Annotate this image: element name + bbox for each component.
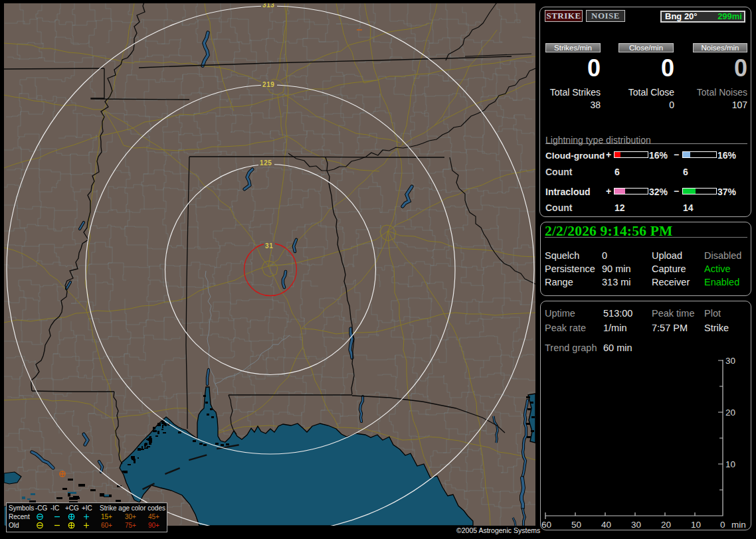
svg-text:313: 313 <box>262 3 275 9</box>
svg-text:31: 31 <box>265 242 273 250</box>
svg-text:Strike age color codes: Strike age color codes <box>100 504 165 512</box>
svg-text:0: 0 <box>720 520 725 530</box>
svg-text:+CG: +CG <box>65 504 79 512</box>
svg-text:30: 30 <box>631 520 641 530</box>
svg-text:40: 40 <box>601 520 611 530</box>
svg-text:60: 60 <box>541 520 551 530</box>
svg-text:125: 125 <box>260 159 272 167</box>
svg-text:-CG: -CG <box>35 504 48 512</box>
svg-text:30: 30 <box>725 356 735 366</box>
svg-text:Recent: Recent <box>9 513 30 520</box>
svg-text:20: 20 <box>661 520 671 530</box>
svg-text:10: 10 <box>691 520 701 530</box>
svg-text:20: 20 <box>725 408 735 418</box>
svg-text:+IC: +IC <box>82 504 92 512</box>
svg-text:219: 219 <box>262 81 275 88</box>
svg-text:30+: 30+ <box>125 513 136 520</box>
svg-text:10: 10 <box>725 459 735 469</box>
svg-text:50: 50 <box>571 520 581 530</box>
svg-text:60+: 60+ <box>101 522 112 529</box>
svg-text:min: min <box>731 520 746 530</box>
svg-text:15+: 15+ <box>101 513 112 520</box>
svg-text:45+: 45+ <box>148 513 159 520</box>
svg-text:-IC: -IC <box>50 504 59 512</box>
svg-text:Old: Old <box>9 522 19 529</box>
svg-text:90+: 90+ <box>148 522 159 529</box>
svg-text:75+: 75+ <box>125 522 136 529</box>
svg-text:Symbols: Symbols <box>9 504 34 512</box>
